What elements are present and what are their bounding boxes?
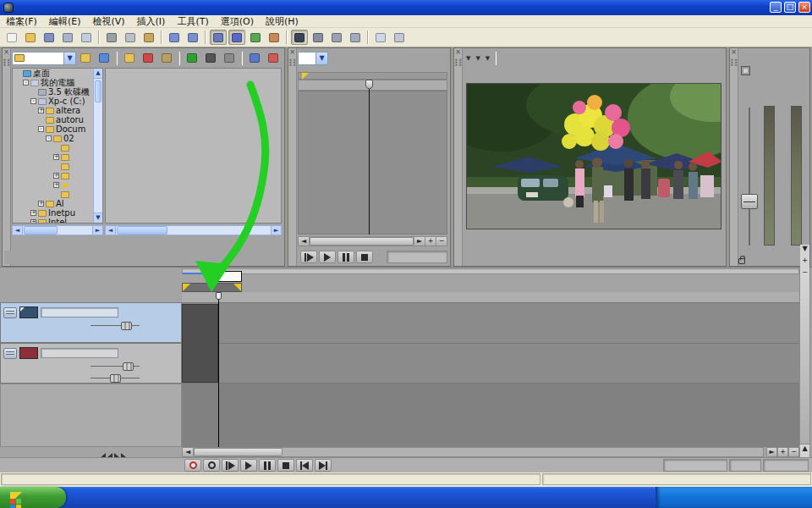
whats-this-help-icon[interactable] [391,30,408,45]
scroll-right-icon[interactable]: ► [766,447,777,457]
tree-item[interactable]: + [13,171,102,180]
menu-item[interactable]: 插入(I) [131,15,172,28]
open-icon[interactable] [22,30,39,45]
play-button[interactable] [240,459,257,472]
auto-preview-icon[interactable] [221,51,238,66]
maximize-button[interactable]: □ [784,2,796,13]
loop-region-bar[interactable] [182,283,242,292]
trimmer-scrollbar[interactable]: ◄ ► + − [298,236,447,246]
refresh-icon[interactable] [96,51,112,66]
tree-item[interactable]: -Xp-c (C:) [13,97,102,106]
trimmer-history-combo[interactable]: ▼ [298,52,328,65]
edit-cursor[interactable] [218,292,219,447]
close-pane-icon[interactable]: × [730,48,738,56]
play-from-start-button[interactable] [300,251,317,263]
folder-icon[interactable] [158,51,175,66]
trimmer-marker-bar[interactable] [298,72,447,80]
selection-edit-tool-icon[interactable] [328,30,345,45]
loop-playback-button[interactable] [203,459,220,472]
timeline-ruler[interactable] [182,292,799,303]
tree-item[interactable] [13,162,102,171]
tree-item[interactable]: -Docum [13,124,102,134]
scroll-up-icon[interactable]: ▲ [94,69,102,79]
new-folder-icon[interactable] [121,51,138,66]
volume-slider[interactable] [91,362,140,371]
tree-item[interactable]: +altera [13,106,102,115]
pane-grip[interactable]: ×•••••• [730,48,738,266]
track-number[interactable] [19,306,38,318]
zoom-in-icon[interactable]: + [425,237,436,246]
pan-slider[interactable] [91,374,140,383]
menu-item[interactable]: 編輯(E) [43,15,87,28]
delete-icon[interactable] [140,51,156,66]
selection-length-box[interactable] [729,459,761,472]
size-slider[interactable] [91,322,140,330]
scroll-right-icon[interactable]: ► [92,226,102,235]
stop-button[interactable] [277,459,294,472]
render-as-icon[interactable] [59,30,76,45]
tree-item[interactable]: autoru [13,115,102,124]
cursor-timecode[interactable] [663,459,727,472]
timeline-big-timecode[interactable] [0,271,179,295]
scroll-left-icon[interactable]: ◄ [106,226,116,235]
fader-thumb[interactable] [741,194,758,209]
timeline-horizontal-scrollbar[interactable]: ◄ [182,447,764,457]
pane-grip[interactable]: ×•••••• [288,48,297,266]
undo-icon[interactable] [166,30,183,45]
zoom-in-time-icon[interactable]: + [777,447,788,457]
menu-item[interactable]: 工具(T) [171,15,214,28]
stop-preview-icon[interactable] [202,51,219,66]
loop-end-handle[interactable] [233,284,241,291]
ignore-grouping-icon[interactable] [266,30,283,45]
media-marker-icon[interactable] [302,73,309,80]
lock-envelopes-icon[interactable] [247,30,264,45]
stop-button[interactable] [356,251,373,263]
tree-item[interactable]: -02 [13,134,102,143]
pane-grip[interactable]: ×•••••• [454,48,463,266]
minimize-button[interactable]: _ [770,2,782,13]
scroll-left-icon[interactable]: ◄ [299,237,310,246]
go-to-start-button[interactable] [296,459,313,472]
chevron-down-icon[interactable]: ▼ [486,55,490,62]
track-number[interactable] [19,347,38,359]
close-button[interactable]: × [798,2,810,13]
paste-icon[interactable] [140,30,157,45]
trimmer-cursor[interactable] [369,80,370,235]
zoom-out-time-icon[interactable]: − [788,447,799,457]
track-name-field[interactable] [41,348,118,358]
timeline-overview-bar[interactable] [182,268,799,274]
properties-icon[interactable] [78,30,95,45]
normal-edit-tool-icon[interactable] [291,30,308,45]
tree-horizontal-scrollbar[interactable]: ◄ ► [12,225,103,235]
lock-icon[interactable] [738,258,745,264]
close-pane-icon[interactable]: × [3,48,10,56]
interactive-tutorials-icon[interactable] [372,30,389,45]
tree-item[interactable]: 3.5 軟碟機 [13,87,102,97]
menu-item[interactable]: 檢視(V) [86,15,130,28]
tree-item[interactable] [13,143,102,152]
play-button[interactable] [319,251,336,263]
chevron-down-icon[interactable]: ▼ [315,52,327,64]
go-to-end-button[interactable] [315,459,332,472]
address-combo[interactable]: ▼ [12,52,76,65]
zoom-edit-tool-icon[interactable] [347,30,364,45]
tree-item[interactable] [13,190,102,199]
track-grip-icon[interactable] [3,348,17,359]
track-grip-icon[interactable] [3,307,17,318]
pause-button[interactable] [337,251,354,263]
pane-grip[interactable]: ×•••••• [3,48,11,266]
pause-button[interactable] [259,459,276,472]
close-pane-icon[interactable]: × [454,48,462,56]
timeline-vertical-scrollbar[interactable]: P ▲ ▼ + − [799,268,810,445]
tree-item[interactable]: +Inetpu [13,208,102,218]
scroll-left-icon[interactable]: ◄ [183,448,194,456]
loop-start-handle[interactable] [183,284,190,291]
video-event-clip[interactable] [182,304,218,383]
menu-item[interactable]: 說明(H) [260,15,304,28]
redo-icon[interactable] [184,30,201,45]
auto-ripple-icon[interactable] [228,30,245,45]
trimmer-display-area[interactable] [298,91,447,235]
scroll-left-icon[interactable]: ◄ [13,226,23,235]
start-button[interactable] [0,487,66,508]
tree-item[interactable]: + [13,180,102,190]
